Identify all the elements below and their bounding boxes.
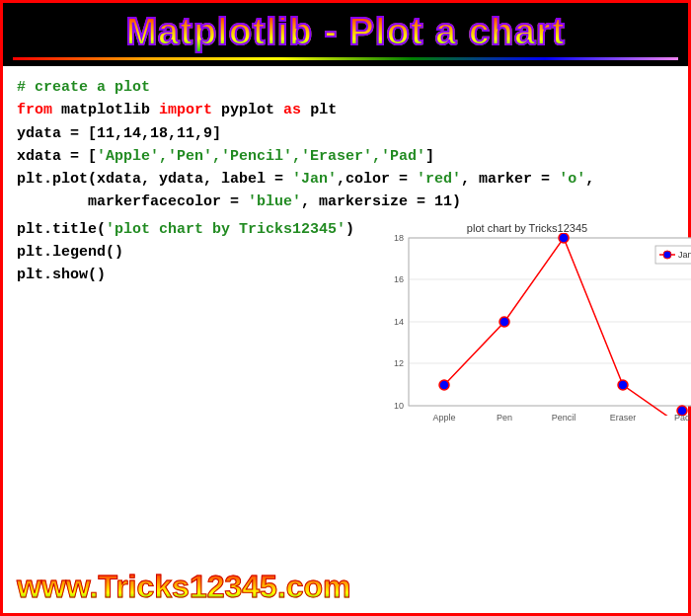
ytick-12: 12 xyxy=(394,358,404,368)
legend-call: plt.legend() xyxy=(17,244,123,261)
mfc-indent: markerfacecolor = xyxy=(17,193,248,210)
ytick-16: 16 xyxy=(394,274,404,284)
marker-pen xyxy=(499,317,509,327)
color-val: 'red' xyxy=(417,171,461,188)
code-section: # create a plot from matplotlib import p… xyxy=(17,76,674,214)
marker-apple xyxy=(439,380,449,390)
xdata-start: xdata = [ xyxy=(17,148,97,165)
title-call-val: 'plot chart by Tricks12345' xyxy=(106,221,346,238)
ms-label: , markersize = 11) xyxy=(301,193,461,210)
code-line-8: plt.legend() xyxy=(17,241,354,264)
marker-pencil xyxy=(559,233,569,243)
from-keyword: from xyxy=(17,102,52,118)
chart-title: plot chart by Tricks12345 xyxy=(467,222,587,234)
code-line-2: from matplotlib import pyplot as plt xyxy=(17,99,674,121)
main-container: Matplotlib - Plot a chart # create a plo… xyxy=(0,0,691,616)
legend-marker xyxy=(663,251,671,259)
bottom-section: plt.title('plot chart by Tricks12345') p… xyxy=(17,218,674,608)
comma2: , xyxy=(585,171,594,188)
xlabel-apple: Apple xyxy=(433,413,456,423)
page-title: Matplotlib - Plot a chart xyxy=(13,11,678,53)
ytick-10: 10 xyxy=(394,401,404,411)
marker-eraser xyxy=(618,380,628,390)
show-call: plt.show() xyxy=(17,267,106,283)
ytick-14: 14 xyxy=(394,317,404,327)
alias-name: plt xyxy=(310,102,337,118)
content-area: # create a plot from matplotlib import p… xyxy=(3,66,688,613)
lib-name: matplotlib xyxy=(61,102,159,118)
title-call-end: ) xyxy=(346,221,354,238)
module-name: pyplot xyxy=(221,102,283,118)
chart-container: plot chart by Tricks12345 10 12 1 xyxy=(364,218,691,435)
title-underline xyxy=(13,57,678,60)
title-call-start: plt.title( xyxy=(17,221,106,238)
label-val: 'Jan' xyxy=(292,171,337,188)
mfc-val: 'blue' xyxy=(248,193,301,210)
footer-text: www.Tricks12345.com xyxy=(17,569,351,605)
comment-text: # create a plot xyxy=(17,79,150,96)
code-line-7: plt.title('plot chart by Tricks12345') xyxy=(17,218,354,241)
xlabel-eraser: Eraser xyxy=(610,413,637,423)
plt-plot-start: plt.plot(xdata, ydata, label = xyxy=(17,171,292,188)
ydata-line: ydata = [11,14,18,11,9] xyxy=(17,125,221,142)
marker-val: 'o' xyxy=(559,171,585,188)
title-bar: Matplotlib - Plot a chart xyxy=(3,3,688,66)
as-keyword: as xyxy=(283,102,301,118)
code-line-4: xdata = ['Apple','Pen','Pencil','Eraser'… xyxy=(17,145,674,168)
xlabel-pencil: Pencil xyxy=(552,413,576,423)
xlabel-pad: Pad xyxy=(674,413,690,423)
code-line-3: ydata = [11,14,18,11,9] xyxy=(17,122,674,145)
code-line-1: # create a plot xyxy=(17,76,674,99)
left-code: plt.title('plot chart by Tricks12345') p… xyxy=(17,218,354,287)
legend-label: Jan xyxy=(678,250,691,260)
import-keyword: import xyxy=(159,102,212,118)
code-line-9: plt.show() xyxy=(17,264,354,286)
code-line-6: markerfacecolor = 'blue', markersize = 1… xyxy=(17,191,674,213)
xdata-end: ] xyxy=(425,148,434,165)
marker-label: , marker = xyxy=(461,171,559,188)
ytick-18: 18 xyxy=(394,233,404,243)
xdata-vals: 'Apple','Pen','Pencil','Eraser','Pad' xyxy=(97,148,425,165)
code-line-5: plt.plot(xdata, ydata, label = 'Jan',col… xyxy=(17,168,674,191)
comma1: ,color = xyxy=(337,171,417,188)
chart-svg: plot chart by Tricks12345 10 12 1 xyxy=(364,218,691,435)
xlabel-pen: Pen xyxy=(497,413,512,423)
